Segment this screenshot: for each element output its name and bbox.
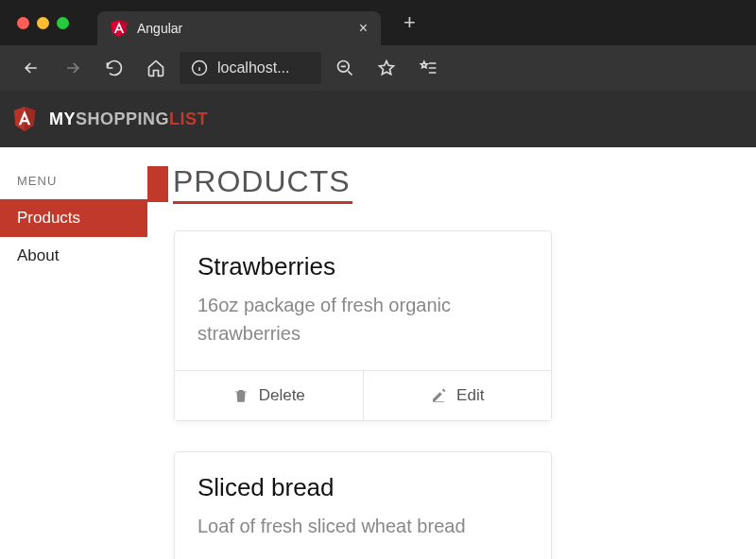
arrow-right-icon [63, 59, 82, 77]
content: MENU Products About PRODUCTS Strawberrie… [0, 147, 756, 559]
sidebar: MENU Products About [0, 147, 147, 559]
browser-toolbar: localhost... [0, 45, 756, 91]
title-accent-bar [147, 166, 168, 202]
star-icon [377, 59, 396, 77]
brand-part3: LIST [169, 110, 208, 128]
sidebar-item-label: About [17, 246, 59, 264]
delete-button[interactable]: Delete [175, 371, 364, 420]
window-close[interactable] [17, 17, 29, 29]
product-name: Strawberries [198, 252, 528, 281]
card-body: Strawberries 16oz package of fresh organ… [175, 231, 551, 370]
window-minimize[interactable] [37, 17, 49, 29]
edit-label: Edit [456, 386, 484, 405]
shield-icon [13, 106, 36, 132]
page-title: PRODUCTS [147, 164, 756, 204]
product-card: Strawberries 16oz package of fresh organ… [174, 230, 552, 421]
main: PRODUCTS Strawberries 16oz package of fr… [147, 147, 756, 559]
product-name: Sliced bread [198, 473, 528, 502]
product-card: Sliced bread Loaf of fresh sliced wheat … [174, 451, 552, 559]
brand-logo: MYSHOPPINGLIST [49, 110, 208, 129]
browser-tab[interactable]: Angular × [97, 11, 381, 45]
info-icon [191, 59, 208, 76]
trash-icon [232, 387, 249, 404]
address-bar[interactable]: localhost... [180, 52, 321, 84]
sidebar-item-products[interactable]: Products [0, 199, 147, 237]
sidebar-item-about[interactable]: About [0, 237, 147, 275]
close-icon[interactable]: × [359, 20, 368, 37]
favorite-button[interactable] [369, 50, 404, 86]
edit-button[interactable]: Edit [364, 371, 552, 420]
home-button[interactable] [138, 50, 174, 86]
new-tab-button[interactable]: + [396, 8, 423, 37]
zoom-out-icon [335, 59, 354, 77]
menu-heading: MENU [0, 170, 147, 199]
reload-button[interactable] [96, 50, 132, 86]
back-button[interactable] [13, 50, 49, 86]
forward-button[interactable] [55, 50, 91, 86]
window-controls [17, 17, 69, 29]
sidebar-item-label: Products [17, 209, 80, 227]
favorites-list-button[interactable] [410, 50, 446, 86]
zoom-out-button[interactable] [327, 50, 363, 86]
product-description: Loaf of fresh sliced wheat bread [198, 512, 528, 540]
browser-tab-bar: Angular × + [0, 0, 756, 45]
app-header: MYSHOPPINGLIST [0, 91, 756, 147]
brand-part1: MY [49, 110, 76, 128]
arrow-left-icon [22, 59, 41, 77]
delete-label: Delete [259, 386, 305, 405]
edit-icon [430, 387, 447, 404]
page-title-text: PRODUCTS [173, 164, 352, 204]
address-text: localhost... [217, 59, 289, 76]
star-list-icon [419, 59, 438, 77]
card-actions: Delete Edit [175, 370, 551, 420]
reload-icon [105, 59, 124, 77]
tab-title: Angular [137, 21, 182, 36]
brand-part2: SHOPPING [76, 110, 169, 128]
card-body: Sliced bread Loaf of fresh sliced wheat … [175, 452, 551, 559]
product-description: 16oz package of fresh organic strawberri… [198, 291, 528, 347]
home-icon [146, 59, 165, 77]
window-maximize[interactable] [57, 17, 69, 29]
angular-icon [111, 20, 128, 37]
